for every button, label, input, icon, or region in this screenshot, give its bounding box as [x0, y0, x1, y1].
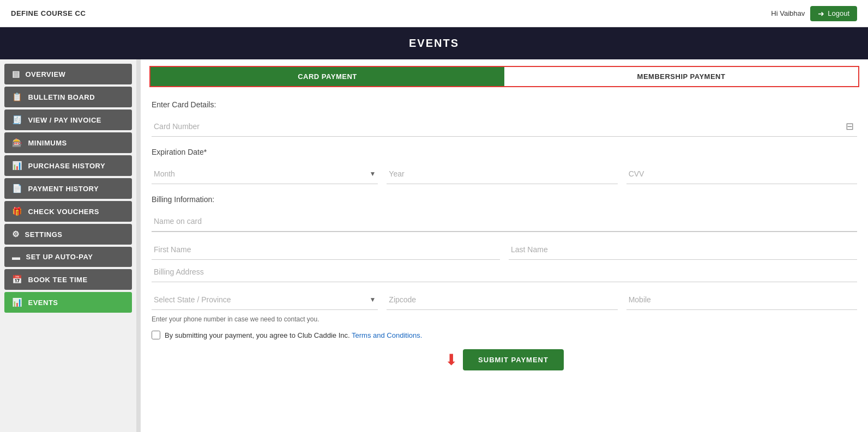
terms-checkbox[interactable] — [152, 331, 160, 339]
tab-membership-payment-label: MEMBERSHIP PAYMENT — [637, 72, 726, 81]
sidebar-divider — [136, 59, 141, 432]
sidebar-label-book-tee-time: BOOK TEE TIME — [28, 276, 88, 284]
phone-hint-text: Enter your phone number in case we need … — [152, 315, 857, 323]
purchase-history-icon: 📊 — [12, 161, 23, 171]
payment-form: Enter Card Details: ⊟ Expiration Date* M… — [141, 87, 868, 385]
sidebar-label-auto-pay: SET UP AUTO-PAY — [26, 253, 93, 261]
sidebar-label-overview: OVERVIEW — [26, 70, 66, 78]
sidebar-label-check-vouchers: CHECK VOUCHERS — [28, 208, 100, 216]
sidebar-label-invoice: VIEW / PAY INVOICE — [28, 116, 101, 124]
logout-label: Logout — [828, 9, 849, 17]
sidebar-label-payment-history: PAYMENT HISTORY — [28, 185, 99, 193]
content-area: CARD PAYMENT MEMBERSHIP PAYMENT Enter Ca… — [141, 59, 868, 432]
logout-button[interactable]: ➜ Logout — [810, 6, 857, 21]
terms-link[interactable]: Terms and Conditions. — [352, 331, 422, 339]
settings-icon: ⚙ — [12, 229, 20, 239]
sidebar-item-purchase-history[interactable]: 📊 PURCHASE HISTORY — [4, 155, 132, 176]
sidebar-label-minimums: MINIMUMS — [28, 139, 67, 147]
events-icon: 📊 — [12, 297, 23, 307]
sidebar-label-purchase-history: PURCHASE HISTORY — [28, 162, 106, 170]
topbar-right: Hi Vaibhav ➜ Logout — [771, 6, 857, 21]
year-input[interactable] — [387, 164, 617, 184]
sidebar-item-bulletin-board[interactable]: 📋 BULLETIN BOARD — [4, 87, 132, 107]
tab-card-payment[interactable]: CARD PAYMENT — [150, 67, 504, 86]
overview-icon: ▤ — [12, 69, 20, 79]
main-layout: ▤ OVERVIEW 📋 BULLETIN BOARD 🧾 VIEW / PAY… — [0, 59, 868, 432]
submit-payment-button[interactable]: SUBMIT PAYMENT — [463, 349, 564, 370]
terms-text: By submitting your payment, you agree to… — [165, 331, 422, 339]
logout-arrow-icon: ➜ — [818, 9, 824, 18]
book-tee-time-icon: 📅 — [12, 275, 23, 284]
sidebar-item-minimums[interactable]: 🎰 MINIMUMS — [4, 132, 132, 153]
topbar: DEFINE COURSE CC Hi Vaibhav ➜ Logout — [0, 0, 868, 27]
tab-card-payment-label: CARD PAYMENT — [298, 72, 357, 81]
name-on-card-input[interactable] — [152, 211, 857, 232]
card-number-input[interactable] — [152, 117, 842, 136]
auto-pay-icon: ▬ — [12, 252, 21, 261]
minimums-icon: 🎰 — [12, 138, 23, 148]
billing-address-row — [152, 262, 857, 282]
sidebar-item-settings[interactable]: ⚙ SETTINGS — [4, 224, 132, 245]
name-row — [152, 240, 857, 260]
last-name-input[interactable] — [509, 240, 857, 260]
terms-row: By submitting your payment, you agree to… — [152, 331, 857, 339]
sidebar-item-book-tee-time[interactable]: 📅 BOOK TEE TIME — [4, 269, 132, 290]
month-select[interactable]: Month January February March April May J… — [152, 164, 367, 184]
name-on-card-row — [152, 211, 857, 232]
events-title: EVENTS — [409, 37, 459, 49]
payment-tabs: CARD PAYMENT MEMBERSHIP PAYMENT — [149, 66, 859, 87]
enter-card-details-label: Enter Card Details: — [152, 100, 857, 109]
tab-membership-payment[interactable]: MEMBERSHIP PAYMENT — [504, 67, 858, 86]
sidebar-item-payment-history[interactable]: 📄 PAYMENT HISTORY — [4, 178, 132, 199]
cvv-input[interactable] — [626, 164, 857, 184]
state-row: Select State / Province AlabamaAlaskaAri… — [152, 290, 857, 310]
card-type-icon: ⊟ — [842, 120, 857, 132]
month-dropdown-icon: ▼ — [367, 170, 378, 178]
app-title: DEFINE COURSE CC — [11, 9, 86, 17]
billing-address-input[interactable] — [152, 262, 857, 282]
down-arrow-icon: ⬇ — [445, 351, 457, 369]
expiry-row: Month January February March April May J… — [152, 164, 857, 184]
state-select-wrap: Select State / Province AlabamaAlaskaAri… — [152, 290, 378, 310]
sidebar-item-set-up-auto-pay[interactable]: ▬ SET UP AUTO-PAY — [4, 247, 132, 267]
events-header: EVENTS — [0, 27, 868, 59]
sidebar-item-view-pay-invoice[interactable]: 🧾 VIEW / PAY INVOICE — [4, 109, 132, 130]
month-select-wrap: Month January February March April May J… — [152, 164, 378, 184]
mobile-input[interactable] — [626, 290, 857, 310]
expiration-date-label: Expiration Date* — [152, 148, 857, 156]
greeting-text: Hi Vaibhav — [771, 9, 805, 17]
bulletin-board-icon: 📋 — [12, 92, 23, 102]
sidebar-item-check-vouchers[interactable]: 🎁 CHECK VOUCHERS — [4, 201, 132, 222]
check-vouchers-icon: 🎁 — [12, 206, 23, 216]
card-number-row: ⊟ — [152, 117, 857, 137]
state-dropdown-icon: ▼ — [367, 296, 378, 303]
zipcode-input[interactable] — [387, 290, 617, 310]
sidebar: ▤ OVERVIEW 📋 BULLETIN BOARD 🧾 VIEW / PAY… — [0, 59, 136, 432]
payment-history-icon: 📄 — [12, 184, 23, 193]
state-select[interactable]: Select State / Province AlabamaAlaskaAri… — [152, 290, 367, 309]
sidebar-label-events: EVENTS — [28, 299, 58, 307]
billing-info-label: Billing Information: — [152, 195, 857, 204]
sidebar-label-bulletin-board: BULLETIN BOARD — [28, 93, 95, 101]
sidebar-item-overview[interactable]: ▤ OVERVIEW — [4, 64, 132, 84]
sidebar-label-settings: SETTINGS — [25, 230, 63, 239]
submit-row: ⬇ SUBMIT PAYMENT — [152, 349, 857, 370]
sidebar-item-events[interactable]: 📊 EVENTS — [4, 292, 132, 313]
invoice-icon: 🧾 — [12, 115, 23, 125]
first-name-input[interactable] — [152, 240, 500, 260]
